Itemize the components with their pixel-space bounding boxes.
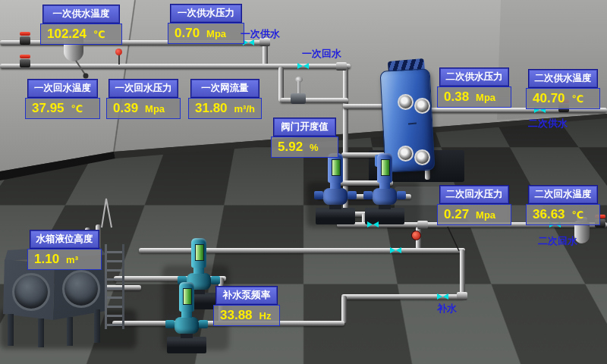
tag-unit: ℃ bbox=[93, 29, 105, 40]
hmi-tag-primary-return-pressure: 一次回水压力 0.39 Mpa bbox=[106, 79, 181, 119]
control-valve-icon[interactable] bbox=[291, 93, 306, 104]
tag-title: 阀门开度值 bbox=[273, 118, 336, 136]
pipe-label-primary-supply: 一次供水 bbox=[241, 27, 280, 41]
flow-valve-arrows-icon bbox=[367, 221, 379, 228]
pipe-label-secondary-return: 二次回水 bbox=[538, 234, 577, 248]
tag-unit: Mpa bbox=[476, 92, 495, 103]
tag-title: 水箱液位高度 bbox=[30, 230, 99, 249]
flow-valve-arrows-icon bbox=[437, 293, 448, 300]
tag-value-box: 102.24 ℃ bbox=[40, 24, 122, 45]
scada-hmi-screen: 一次供水温度 102.24 ℃ 一次供水压力 0.70 Mpa 一次回水温度 3… bbox=[0, 0, 607, 364]
pipe-elbow bbox=[457, 292, 467, 300]
tag-unit: m³ bbox=[66, 254, 78, 265]
circulation-pump-2[interactable] bbox=[363, 153, 406, 226]
pump-status-window bbox=[332, 159, 341, 176]
hmi-tag-primary-return-temp: 一次回水温度 37.95 ℃ bbox=[25, 79, 100, 119]
tag-value: 37.95 bbox=[32, 101, 64, 116]
hx-port bbox=[414, 98, 430, 114]
pump-flange bbox=[211, 276, 220, 284]
tag-title: 一次供水温度 bbox=[42, 5, 120, 24]
tag-unit: ℃ bbox=[572, 93, 584, 105]
hmi-tag-secondary-return-temp: 二次回水温度 36.63 ℃ bbox=[526, 185, 600, 225]
tag-value-box: 37.95 ℃ bbox=[25, 98, 100, 119]
pump-status-window bbox=[183, 288, 192, 305]
tag-value: 36.63 bbox=[533, 207, 565, 222]
hmi-tag-secondary-return-pressure: 二次回水压力 0.27 Mpa bbox=[437, 185, 511, 225]
flow-valve-arrows-icon bbox=[390, 247, 401, 253]
tag-value: 40.70 bbox=[533, 91, 565, 106]
pump-base bbox=[316, 208, 355, 224]
tag-unit: m³/h bbox=[234, 103, 255, 115]
tag-value-box: 5.92 % bbox=[271, 136, 338, 158]
hmi-tag-primary-supply-pressure: 一次供水压力 0.70 Mpa bbox=[168, 4, 244, 44]
tag-unit: Mpa bbox=[476, 209, 495, 221]
hand-valve-icon[interactable] bbox=[20, 32, 30, 45]
pump-status-window bbox=[195, 244, 204, 261]
hmi-tag-secondary-supply-temp: 二次供水温度 40.70 ℃ bbox=[526, 69, 600, 109]
tag-title: 补水泵频率 bbox=[215, 286, 278, 305]
tag-value: 1.10 bbox=[34, 252, 59, 267]
tag-unit: Hz bbox=[259, 310, 272, 322]
tank-manhole bbox=[12, 273, 50, 311]
hx-port bbox=[398, 94, 414, 110]
pipe-label-makeup-water: 补水 bbox=[437, 302, 457, 315]
pump-flange bbox=[165, 320, 175, 328]
pipe-makeup-riser bbox=[460, 249, 465, 297]
tag-value: 0.38 bbox=[444, 89, 469, 105]
tank-ladder bbox=[105, 244, 124, 329]
tag-title: 一次网流量 bbox=[190, 79, 259, 98]
tag-value: 33.88 bbox=[220, 308, 253, 323]
pipe-coupling bbox=[336, 62, 347, 71]
tag-value: 0.39 bbox=[113, 101, 138, 116]
gauge-stem bbox=[118, 55, 120, 64]
tag-unit: ℃ bbox=[572, 209, 584, 221]
pump-neck bbox=[330, 182, 341, 189]
tag-value-box: 0.27 Mpa bbox=[437, 204, 511, 225]
tag-title: 二次供水温度 bbox=[528, 69, 598, 88]
tank-leg bbox=[94, 309, 100, 343]
tag-unit: Mpa bbox=[145, 103, 165, 115]
hmi-tag-makeup-pump-freq: 补水泵频率 33.88 Hz bbox=[213, 286, 280, 326]
hmi-tag-tank-level: 水箱液位高度 1.10 m³ bbox=[27, 230, 102, 270]
hx-port bbox=[414, 149, 430, 165]
pump-flange bbox=[199, 320, 208, 328]
tag-title: 一次回水温度 bbox=[27, 79, 98, 98]
tag-value-box: 31.80 m³/h bbox=[188, 98, 262, 119]
pump-neck bbox=[181, 311, 192, 318]
tag-value-box: 1.10 m³ bbox=[27, 249, 102, 270]
hand-valve-icon[interactable] bbox=[20, 55, 30, 67]
tag-title: 一次供水压力 bbox=[170, 4, 242, 23]
circulation-pump-1[interactable] bbox=[314, 153, 357, 226]
pipe-label-secondary-supply: 二次供水 bbox=[528, 117, 568, 130]
tag-value-box: 0.70 Mpa bbox=[168, 23, 244, 44]
hmi-tag-valve-opening: 阀门开度值 5.92 % bbox=[271, 118, 338, 158]
pump-volute bbox=[175, 317, 199, 334]
bypass-valve-icon[interactable] bbox=[411, 231, 421, 240]
tag-value-box: 0.39 Mpa bbox=[106, 98, 181, 119]
tag-value: 31.80 bbox=[195, 101, 228, 116]
pipe-makeup-drop bbox=[341, 296, 347, 323]
tag-value-box: 36.63 ℃ bbox=[526, 204, 600, 225]
tag-value-box: 40.70 ℃ bbox=[526, 88, 600, 109]
makeup-pump-2[interactable] bbox=[165, 282, 208, 355]
tag-title: 一次回水压力 bbox=[109, 79, 178, 98]
pipe-label-primary-return: 一次回水 bbox=[302, 47, 341, 61]
tag-unit: % bbox=[310, 142, 319, 153]
tag-title: 二次供水压力 bbox=[439, 67, 509, 86]
pump-status-window bbox=[381, 159, 390, 176]
pump-volute bbox=[373, 188, 397, 205]
pressure-gauge-icon bbox=[115, 49, 122, 55]
pipe-valve-branch-drop bbox=[278, 67, 284, 102]
tag-value-box: 33.88 Hz bbox=[213, 305, 280, 326]
flow-valve-arrows-icon bbox=[297, 63, 309, 69]
tag-value: 0.70 bbox=[175, 26, 200, 41]
hmi-tag-primary-flow: 一次网流量 31.80 m³/h bbox=[188, 79, 262, 119]
hmi-tag-secondary-supply-pressure: 二次供水压力 0.38 Mpa bbox=[437, 67, 511, 108]
tag-value-box: 0.38 Mpa bbox=[437, 86, 511, 108]
tag-unit: Mpa bbox=[206, 28, 226, 39]
pump-neck bbox=[379, 182, 390, 189]
pump-flange bbox=[348, 191, 357, 199]
tag-value: 0.27 bbox=[444, 207, 469, 222]
tank-leg bbox=[8, 314, 14, 346]
tank-manhole bbox=[62, 270, 100, 308]
